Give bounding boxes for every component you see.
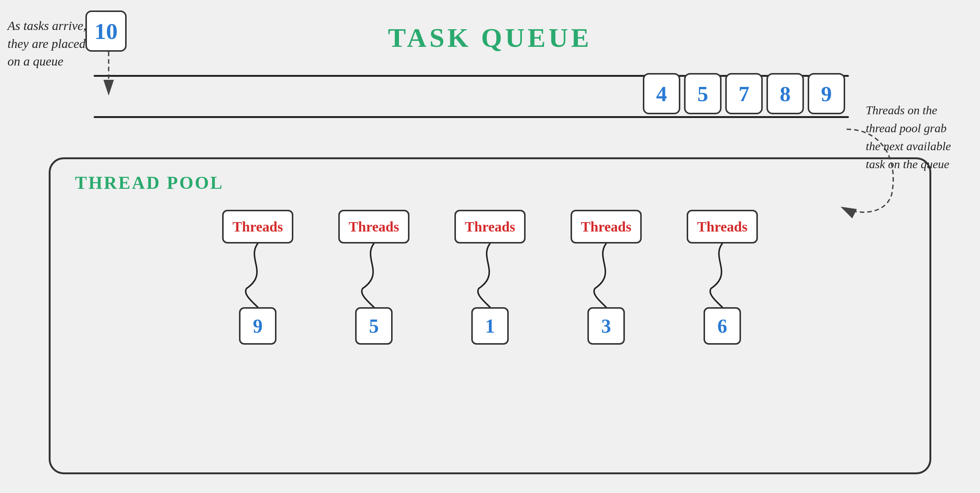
annotation-left: As tasks arrive, they are placed on a qu…	[8, 17, 86, 70]
thread-connector	[587, 243, 625, 307]
thread-connector	[703, 243, 741, 307]
thread-label-box: Threads	[338, 210, 409, 243]
thread-column-1: Threads5	[338, 210, 409, 345]
thread-column-3: Threads3	[571, 210, 642, 345]
thread-task-box: 3	[587, 307, 625, 345]
threads-row: Threads9Threads5Threads1Threads3Threads6	[0, 210, 980, 345]
task-queue-title: TASK QUEUE	[388, 22, 592, 54]
thread-label-box: Threads	[571, 210, 642, 243]
thread-column-2: Threads1	[454, 210, 526, 345]
queue-item: 7	[725, 73, 763, 114]
thread-task-box: 1	[471, 307, 509, 345]
arriving-task-box: 10	[86, 11, 127, 52]
thread-connector	[471, 243, 509, 307]
queue-item: 4	[643, 73, 680, 114]
thread-label-box: Threads	[687, 210, 758, 243]
queue-item: 9	[808, 73, 845, 114]
queue-items: 45789	[643, 73, 845, 114]
diagram-container: TASK QUEUE As tasks arrive, they are pla…	[0, 0, 980, 493]
thread-task-box: 6	[703, 307, 741, 345]
queue-line-bottom	[94, 116, 849, 118]
thread-pool-label: THREAD POOL	[75, 172, 224, 193]
thread-task-box: 9	[239, 307, 277, 345]
thread-label-box: Threads	[222, 210, 293, 243]
thread-task-box: 5	[355, 307, 393, 345]
thread-column-4: Threads6	[687, 210, 758, 345]
queue-item: 5	[684, 73, 722, 114]
thread-column-0: Threads9	[222, 210, 293, 345]
queue-item: 8	[767, 73, 804, 114]
thread-connector	[239, 243, 277, 307]
thread-label-box: Threads	[454, 210, 526, 243]
thread-connector	[355, 243, 393, 307]
